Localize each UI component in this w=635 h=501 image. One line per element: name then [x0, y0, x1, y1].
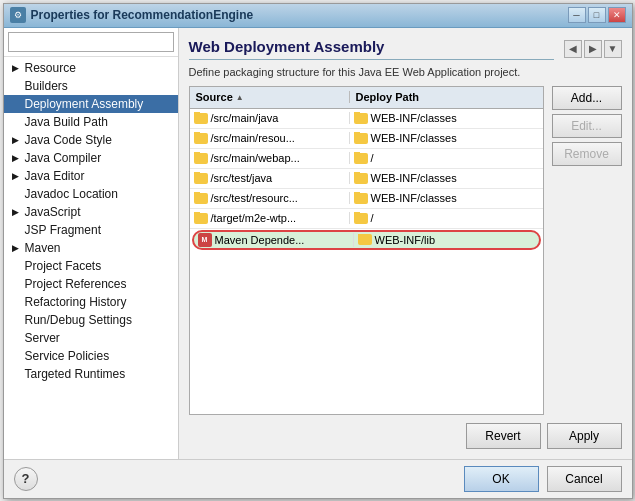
- maven-icon: M: [198, 233, 212, 247]
- table-row[interactable]: /src/main/webap.../: [190, 149, 543, 169]
- nav-item-label: Project Facets: [25, 259, 102, 273]
- edit-button[interactable]: Edit...: [552, 114, 622, 138]
- title-icon: ⚙: [10, 7, 26, 23]
- expand-arrow: ▶: [12, 207, 22, 217]
- deploy-folder-icon: [354, 113, 368, 124]
- source-text: /src/main/java: [211, 112, 279, 124]
- cancel-button[interactable]: Cancel: [547, 466, 622, 492]
- nav-item-resource[interactable]: ▶Resource: [4, 59, 178, 77]
- sort-arrow: ▲: [236, 93, 244, 102]
- ok-button[interactable]: OK: [464, 466, 539, 492]
- nav-list: ▶ResourceBuildersDeployment AssemblyJava…: [4, 57, 178, 459]
- minimize-button[interactable]: ─: [568, 7, 586, 23]
- deploy-folder-icon: [358, 234, 372, 245]
- table-row[interactable]: /src/test/javaWEB-INF/classes: [190, 169, 543, 189]
- folder-icon: [194, 193, 208, 204]
- dropdown-arrow[interactable]: ▼: [604, 40, 622, 58]
- deploy-text: WEB-INF/lib: [375, 234, 436, 246]
- revert-button[interactable]: Revert: [466, 423, 541, 449]
- nav-item-label: Javadoc Location: [25, 187, 118, 201]
- nav-item-java-build-path[interactable]: Java Build Path: [4, 113, 178, 131]
- back-arrow[interactable]: ◀: [564, 40, 582, 58]
- nav-item-label: Maven: [25, 241, 61, 255]
- nav-item-javadoc-location[interactable]: Javadoc Location: [4, 185, 178, 203]
- deploy-folder-icon: [354, 173, 368, 184]
- cell-source: MMaven Depende...: [194, 233, 354, 247]
- cell-source: /src/test/java: [190, 172, 350, 184]
- add-button[interactable]: Add...: [552, 86, 622, 110]
- bottom-buttons: Revert Apply: [189, 423, 622, 449]
- col-deploy-header: Deploy Path: [350, 91, 543, 103]
- maximize-button[interactable]: □: [588, 7, 606, 23]
- description-text: Define packaging structure for this Java…: [189, 66, 622, 78]
- nav-item-server[interactable]: Server: [4, 329, 178, 347]
- remove-button[interactable]: Remove: [552, 142, 622, 166]
- dialog-footer: ? OK Cancel: [4, 459, 632, 498]
- nav-item-java-code-style[interactable]: ▶Java Code Style: [4, 131, 178, 149]
- table-row[interactable]: /src/test/resourc...WEB-INF/classes: [190, 189, 543, 209]
- cell-source: /src/main/webap...: [190, 152, 350, 164]
- table-row[interactable]: MMaven Depende...WEB-INF/lib: [192, 230, 541, 250]
- nav-item-targeted-runtimes[interactable]: Targeted Runtimes: [4, 365, 178, 383]
- deploy-folder-icon: [354, 133, 368, 144]
- nav-item-builders[interactable]: Builders: [4, 77, 178, 95]
- apply-button[interactable]: Apply: [547, 423, 622, 449]
- nav-item-label: Service Policies: [25, 349, 110, 363]
- nav-item-deployment-assembly[interactable]: Deployment Assembly: [4, 95, 178, 113]
- deploy-text: WEB-INF/classes: [371, 192, 457, 204]
- close-button[interactable]: ✕: [608, 7, 626, 23]
- nav-item-maven[interactable]: ▶Maven: [4, 239, 178, 257]
- source-text: /src/main/resou...: [211, 132, 295, 144]
- properties-dialog: ⚙ Properties for RecommendationEngine ─ …: [3, 3, 633, 499]
- nav-item-project-facets[interactable]: Project Facets: [4, 257, 178, 275]
- cell-source: /target/m2e-wtp...: [190, 212, 350, 224]
- content-area: ▶ResourceBuildersDeployment AssemblyJava…: [4, 28, 632, 459]
- cell-deploy: /: [350, 212, 543, 224]
- table-area: Source ▲ Deploy Path /src/main/javaWEB-I…: [189, 86, 544, 415]
- deploy-folder-icon: [354, 193, 368, 204]
- nav-item-java-editor[interactable]: ▶Java Editor: [4, 167, 178, 185]
- nav-item-javascript[interactable]: ▶JavaScript: [4, 203, 178, 221]
- source-text: Maven Depende...: [215, 234, 305, 246]
- deploy-folder-icon: [354, 213, 368, 224]
- nav-item-project-references[interactable]: Project References: [4, 275, 178, 293]
- nav-item-jsp-fragment[interactable]: JSP Fragment: [4, 221, 178, 239]
- help-button[interactable]: ?: [14, 467, 38, 491]
- source-text: /src/test/resourc...: [211, 192, 298, 204]
- col-source-header: Source ▲: [190, 91, 350, 103]
- folder-icon: [194, 113, 208, 124]
- search-box: [4, 28, 178, 57]
- deploy-text: WEB-INF/classes: [371, 172, 457, 184]
- table-row[interactable]: /target/m2e-wtp.../: [190, 209, 543, 229]
- folder-icon: [194, 173, 208, 184]
- cell-source: /src/main/resou...: [190, 132, 350, 144]
- cell-deploy: /: [350, 152, 543, 164]
- nav-item-label: Java Compiler: [25, 151, 102, 165]
- source-text: /src/test/java: [211, 172, 273, 184]
- title-text: Properties for RecommendationEngine: [31, 8, 568, 22]
- search-input[interactable]: [8, 32, 174, 52]
- right-header: Web Deployment Assembly ◀ ▶ ▼: [189, 38, 622, 60]
- nav-item-service-policies[interactable]: Service Policies: [4, 347, 178, 365]
- nav-item-label: Project References: [25, 277, 127, 291]
- nav-item-java-compiler[interactable]: ▶Java Compiler: [4, 149, 178, 167]
- nav-item-refactoring-history[interactable]: Refactoring History: [4, 293, 178, 311]
- folder-icon: [194, 213, 208, 224]
- nav-arrows: ◀ ▶ ▼: [564, 40, 622, 58]
- expand-arrow: ▶: [12, 153, 22, 163]
- table-row[interactable]: /src/main/javaWEB-INF/classes: [190, 109, 543, 129]
- cell-deploy: WEB-INF/classes: [350, 132, 543, 144]
- nav-item-run-debug-settings[interactable]: Run/Debug Settings: [4, 311, 178, 329]
- forward-arrow[interactable]: ▶: [584, 40, 602, 58]
- nav-item-label: Java Build Path: [25, 115, 108, 129]
- nav-item-label: Java Editor: [25, 169, 85, 183]
- window-controls: ─ □ ✕: [568, 7, 626, 23]
- deploy-text: WEB-INF/classes: [371, 132, 457, 144]
- table-row[interactable]: /src/main/resou...WEB-INF/classes: [190, 129, 543, 149]
- deploy-text: WEB-INF/classes: [371, 112, 457, 124]
- expand-arrow: ▶: [12, 171, 22, 181]
- nav-item-label: Deployment Assembly: [25, 97, 144, 111]
- source-text: /src/main/webap...: [211, 152, 300, 164]
- cell-deploy: WEB-INF/classes: [350, 172, 543, 184]
- expand-arrow: ▶: [12, 243, 22, 253]
